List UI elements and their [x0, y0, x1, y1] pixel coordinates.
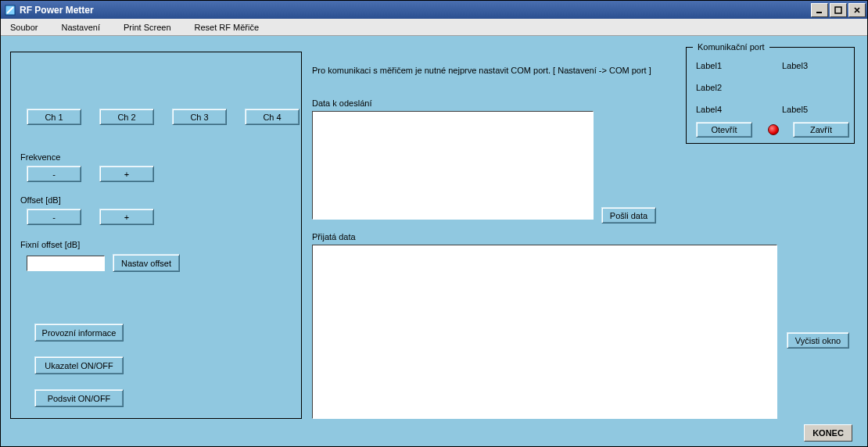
freq-minus-button[interactable]: - [27, 166, 81, 182]
client-area: Ch 1 Ch 2 Ch 3 Ch 4 Frekvence - + Offset… [1, 36, 867, 446]
status-led-icon [768, 124, 779, 135]
maximize-button[interactable] [830, 3, 847, 17]
offset-db-label: Offset [dB] [20, 195, 61, 205]
menu-reset[interactable]: Reset RF Měřiče [190, 21, 264, 34]
data-k-odeslani-label: Data k odeslání [312, 98, 371, 108]
menu-printscreen[interactable]: Print Screen [119, 21, 176, 34]
posli-data-button[interactable]: Pošli data [601, 207, 656, 224]
ch1-button[interactable]: Ch 1 [27, 109, 81, 125]
close-button[interactable] [848, 3, 866, 17]
send-textarea[interactable] [312, 111, 594, 220]
svg-rect-1 [816, 12, 822, 13]
fixni-offset-label: Fixní offset [dB] [20, 240, 80, 249]
com-close-button[interactable]: Zavřít [793, 122, 849, 138]
com-label2: Label2 [696, 83, 722, 92]
app-icon [4, 4, 16, 16]
ch2-button[interactable]: Ch 2 [99, 109, 154, 125]
app-window: RF Power Metter Soubor Nastavení Print S… [0, 0, 868, 447]
titlebar: RF Power Metter [1, 1, 867, 19]
ch4-button[interactable]: Ch 4 [245, 109, 299, 125]
podsvit-button[interactable]: Podsvit ON/OFF [34, 389, 124, 407]
instruction-text: Pro komunikaci s měřičem je nutné nejprv… [312, 66, 651, 75]
offset-minus-button[interactable]: - [27, 209, 81, 225]
com-label1: Label1 [696, 61, 722, 70]
provozni-button[interactable]: Provozní informace [34, 324, 124, 342]
svg-rect-2 [835, 7, 841, 13]
menubar: Soubor Nastavení Print Screen Reset RF M… [1, 19, 867, 36]
vycisti-okno-button[interactable]: Vyčisti okno [787, 332, 849, 349]
ukazatel-button[interactable]: Ukazatel ON/OFF [34, 356, 124, 374]
minimize-button[interactable] [811, 3, 828, 17]
frekvence-label: Frekvence [20, 152, 60, 162]
menu-soubor[interactable]: Soubor [5, 21, 42, 34]
offset-plus-button[interactable]: + [99, 209, 154, 225]
fixni-offset-input[interactable] [27, 256, 105, 271]
com-legend: Komunikační port [693, 42, 769, 52]
prijata-data-label: Přijatá data [312, 232, 356, 241]
ch3-button[interactable]: Ch 3 [172, 109, 227, 125]
com-label3: Label3 [782, 61, 808, 70]
freq-plus-button[interactable]: + [99, 166, 154, 182]
com-label5: Label5 [782, 105, 808, 114]
nastav-offset-button[interactable]: Nastav offset [113, 254, 180, 272]
left-panel: Ch 1 Ch 2 Ch 3 Ch 4 Frekvence - + Offset… [10, 52, 302, 419]
menu-nastaveni[interactable]: Nastavení [56, 21, 105, 34]
com-open-button[interactable]: Otevřít [696, 122, 752, 138]
konec-button[interactable]: KONEC [804, 424, 852, 442]
com-port-group: Komunikační port Label1 Label3 Label2 La… [686, 42, 855, 144]
window-title: RF Power Metter [20, 5, 94, 16]
recv-textarea[interactable] [312, 245, 777, 419]
com-label4: Label4 [696, 105, 722, 114]
